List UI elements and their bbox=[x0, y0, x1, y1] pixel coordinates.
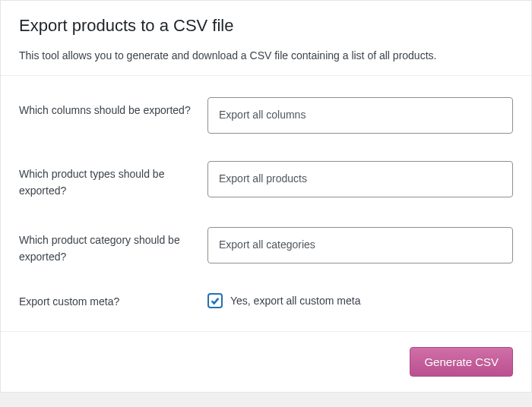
label-product-types: Which product types should be exported? bbox=[19, 161, 207, 200]
panel-footer: Generate CSV bbox=[1, 331, 531, 392]
row-product-types: Which product types should be exported? … bbox=[19, 147, 513, 213]
product-types-select[interactable]: Export all products bbox=[207, 161, 513, 197]
control-category: Export all categories bbox=[207, 227, 513, 263]
page-description: This tool allows you to generate and dow… bbox=[19, 49, 513, 62]
category-select[interactable]: Export all categories bbox=[207, 227, 513, 263]
control-columns: Export all columns bbox=[207, 97, 513, 134]
control-product-types: Export all products bbox=[207, 161, 513, 197]
control-custom-meta: Yes, export all custom meta bbox=[207, 293, 513, 308]
label-custom-meta: Export custom meta? bbox=[19, 293, 207, 310]
page-title: Export products to a CSV file bbox=[19, 16, 513, 36]
export-panel: Export products to a CSV file This tool … bbox=[0, 0, 532, 393]
check-icon bbox=[210, 295, 220, 306]
label-category: Which product category should be exporte… bbox=[19, 227, 207, 266]
custom-meta-checkbox[interactable] bbox=[207, 293, 223, 308]
row-category: Which product category should be exporte… bbox=[19, 213, 513, 279]
generate-csv-button[interactable]: Generate CSV bbox=[410, 347, 513, 377]
custom-meta-checkbox-label[interactable]: Yes, export all custom meta bbox=[230, 295, 360, 307]
form-section: Which columns should be exported? Export… bbox=[1, 75, 531, 331]
row-columns: Which columns should be exported? Export… bbox=[19, 84, 513, 147]
row-custom-meta: Export custom meta? Yes, export all cust… bbox=[19, 279, 513, 323]
label-columns: Which columns should be exported? bbox=[19, 97, 207, 118]
panel-header: Export products to a CSV file This tool … bbox=[1, 0, 531, 75]
columns-select[interactable]: Export all columns bbox=[207, 97, 513, 134]
